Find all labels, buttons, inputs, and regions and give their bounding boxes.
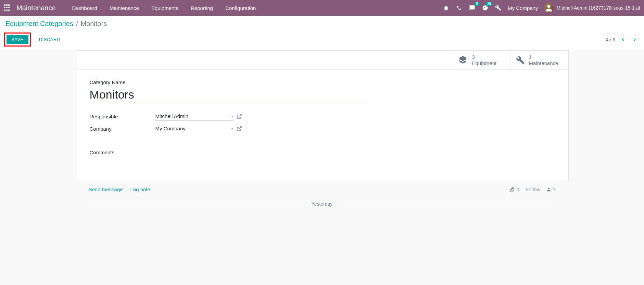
menu-configuration[interactable]: Configuration <box>219 1 262 15</box>
messages-badge: 5 <box>475 2 480 6</box>
chatter: Send message Log note 0 Follow 1 <box>86 186 558 207</box>
attachments-button[interactable]: 0 <box>509 186 519 192</box>
breadcrumb-current: Monitors <box>80 20 107 28</box>
company-input[interactable] <box>155 124 233 133</box>
menu-maintenance[interactable]: Maintenance <box>103 1 145 15</box>
phone-icon[interactable] <box>456 4 463 11</box>
app-brand: Maintenance <box>16 4 56 12</box>
main-menu: Dashboard Maintenance Equipments Reporti… <box>66 1 262 15</box>
stat-maintenance-button[interactable]: 1 Maintenance <box>510 51 568 69</box>
chatter-date-divider: Yesterday <box>86 201 558 207</box>
activities-icon[interactable]: 28 <box>482 4 489 11</box>
menu-dashboard[interactable]: Dashboard <box>66 1 103 15</box>
user-name: Mitchell Admin (16273178-saas-15-1-al <box>556 5 640 11</box>
stat-maintenance-label: Maintenance <box>529 60 558 66</box>
followers-button[interactable]: 1 <box>546 186 555 192</box>
breadcrumb: Equipment Categories / Monitors <box>5 20 639 28</box>
responsible-external-link-icon[interactable] <box>237 114 242 119</box>
responsible-input[interactable] <box>155 112 233 121</box>
stat-buttons: 3 Equipment 1 Maintenance <box>76 51 568 70</box>
discard-button[interactable]: DISCARD <box>34 35 65 44</box>
breadcrumb-parent[interactable]: Equipment Categories <box>5 20 73 28</box>
company-selector[interactable]: My Company <box>508 5 538 11</box>
navbar-right: 5 28 My Company Mitchell Admin (16273178… <box>443 3 640 13</box>
follow-button[interactable]: Follow <box>526 186 540 192</box>
person-icon <box>546 187 551 192</box>
menu-reporting[interactable]: Reporting <box>185 1 219 15</box>
company-dropdown-icon[interactable]: ▼ <box>231 127 234 131</box>
svg-line-1 <box>239 114 241 117</box>
activities-badge: 28 <box>485 2 493 6</box>
category-name-input[interactable] <box>90 87 364 102</box>
followers-count: 1 <box>553 186 555 192</box>
svg-point-3 <box>548 187 550 189</box>
user-avatar-icon <box>544 3 554 13</box>
pager-prev-icon[interactable] <box>619 36 627 43</box>
stat-equipment-button[interactable]: 3 Equipment <box>452 51 510 69</box>
divider-label: Yesterday <box>312 201 333 207</box>
pager-position: 4 / 6 <box>606 37 615 42</box>
pager-next-icon[interactable] <box>631 36 639 43</box>
svg-point-0 <box>547 5 551 8</box>
form-sheet: 3 Equipment 1 Maintenance Category Name … <box>76 50 569 180</box>
breadcrumb-separator: / <box>76 20 78 28</box>
send-message-button[interactable]: Send message <box>89 186 123 192</box>
bug-icon[interactable] <box>443 4 450 11</box>
responsible-label: Responsible <box>90 114 155 119</box>
company-external-link-icon[interactable] <box>237 126 242 131</box>
save-button[interactable]: SAVE <box>7 35 28 44</box>
category-name-label: Category Name <box>90 79 555 85</box>
attachments-count: 0 <box>516 186 519 192</box>
comments-label: Comments <box>90 150 155 155</box>
pager: 4 / 6 <box>606 36 639 43</box>
log-note-button[interactable]: Log note <box>130 186 150 192</box>
stat-maintenance-count: 1 <box>529 54 558 60</box>
control-panel: Equipment Categories / Monitors SAVE DIS… <box>0 16 644 50</box>
comments-textarea[interactable] <box>155 159 434 166</box>
company-label: Company <box>90 126 155 132</box>
stat-equipment-count: 3 <box>472 54 497 60</box>
svg-line-2 <box>239 127 241 129</box>
tools-icon[interactable] <box>495 4 502 11</box>
paperclip-icon <box>509 187 515 192</box>
apps-menu-icon[interactable] <box>4 4 11 11</box>
messages-icon[interactable]: 5 <box>469 4 476 11</box>
wrench-icon <box>516 56 525 65</box>
responsible-dropdown-icon[interactable]: ▼ <box>231 115 234 118</box>
user-menu[interactable]: Mitchell Admin (16273178-saas-15-1-al <box>544 3 640 13</box>
menu-equipments[interactable]: Equipments <box>145 1 185 15</box>
cubes-icon <box>458 55 468 65</box>
top-navbar: Maintenance Dashboard Maintenance Equipm… <box>0 0 644 16</box>
stat-equipment-label: Equipment <box>472 60 497 66</box>
